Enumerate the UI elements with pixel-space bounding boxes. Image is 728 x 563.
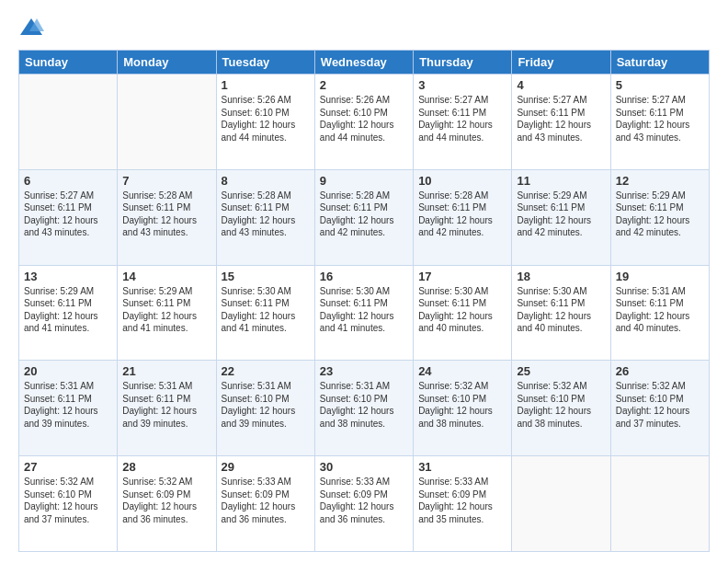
day-number: 3 (418, 78, 506, 92)
day-number: 21 (122, 364, 210, 378)
calendar-day-12: 12Sunrise: 5:29 AM Sunset: 6:11 PM Dayli… (610, 169, 709, 265)
day-number: 26 (616, 364, 704, 378)
calendar-table: SundayMondayTuesdayWednesdayThursdayFrid… (18, 50, 710, 552)
day-info: Sunrise: 5:32 AM Sunset: 6:09 PM Dayligh… (122, 476, 210, 525)
day-info: Sunrise: 5:29 AM Sunset: 6:11 PM Dayligh… (517, 190, 605, 239)
calendar-day-15: 15Sunrise: 5:30 AM Sunset: 6:11 PM Dayli… (216, 265, 314, 361)
calendar-day-7: 7Sunrise: 5:28 AM Sunset: 6:11 PM Daylig… (118, 169, 216, 265)
day-info: Sunrise: 5:28 AM Sunset: 6:11 PM Dayligh… (418, 190, 506, 239)
day-info: Sunrise: 5:30 AM Sunset: 6:11 PM Dayligh… (320, 285, 408, 335)
calendar-day-10: 10Sunrise: 5:28 AM Sunset: 6:11 PM Dayli… (414, 169, 512, 265)
day-info: Sunrise: 5:32 AM Sunset: 6:10 PM Dayligh… (616, 380, 704, 430)
day-number: 15 (222, 270, 310, 283)
day-number: 28 (122, 460, 210, 474)
day-number: 9 (320, 174, 408, 188)
day-number: 8 (222, 174, 310, 188)
calendar-day-24: 24Sunrise: 5:32 AM Sunset: 6:10 PM Dayli… (414, 361, 512, 456)
calendar-day-30: 30Sunrise: 5:33 AM Sunset: 6:09 PM Dayli… (314, 456, 413, 552)
calendar-day-1: 1Sunrise: 5:26 AM Sunset: 6:10 PM Daylig… (216, 75, 314, 170)
day-info: Sunrise: 5:31 AM Sunset: 6:11 PM Dayligh… (24, 380, 112, 430)
day-info: Sunrise: 5:29 AM Sunset: 6:11 PM Dayligh… (616, 190, 704, 239)
calendar-day-23: 23Sunrise: 5:31 AM Sunset: 6:10 PM Dayli… (314, 361, 413, 456)
calendar-empty-cell (118, 75, 216, 170)
day-number: 23 (320, 364, 408, 378)
logo (18, 15, 48, 40)
day-info: Sunrise: 5:31 AM Sunset: 6:10 PM Dayligh… (320, 380, 408, 430)
calendar-day-29: 29Sunrise: 5:33 AM Sunset: 6:09 PM Dayli… (216, 456, 314, 552)
calendar-day-19: 19Sunrise: 5:31 AM Sunset: 6:11 PM Dayli… (610, 265, 709, 361)
day-info: Sunrise: 5:31 AM Sunset: 6:11 PM Dayligh… (122, 380, 210, 430)
day-info: Sunrise: 5:26 AM Sunset: 6:10 PM Dayligh… (320, 94, 408, 144)
day-number: 5 (616, 78, 704, 92)
day-number: 1 (222, 78, 310, 92)
calendar-day-header-wednesday: Wednesday (314, 51, 413, 75)
calendar-day-4: 4Sunrise: 5:27 AM Sunset: 6:11 PM Daylig… (512, 75, 610, 170)
calendar-day-16: 16Sunrise: 5:30 AM Sunset: 6:11 PM Dayli… (314, 265, 413, 361)
day-info: Sunrise: 5:28 AM Sunset: 6:11 PM Dayligh… (122, 190, 210, 239)
calendar-empty-cell (610, 456, 709, 552)
day-info: Sunrise: 5:26 AM Sunset: 6:10 PM Dayligh… (222, 94, 310, 144)
day-info: Sunrise: 5:32 AM Sunset: 6:10 PM Dayligh… (418, 380, 506, 430)
calendar-empty-cell (512, 456, 610, 552)
day-info: Sunrise: 5:29 AM Sunset: 6:11 PM Dayligh… (122, 285, 210, 335)
day-number: 13 (24, 270, 112, 283)
day-number: 18 (517, 270, 605, 283)
calendar-day-header-friday: Friday (512, 51, 610, 75)
day-number: 29 (222, 460, 310, 474)
calendar-day-header-tuesday: Tuesday (216, 51, 314, 75)
day-number: 4 (517, 78, 605, 92)
calendar-day-31: 31Sunrise: 5:33 AM Sunset: 6:09 PM Dayli… (414, 456, 512, 552)
day-number: 20 (24, 364, 112, 378)
day-number: 25 (517, 364, 605, 378)
calendar-week-row: 1Sunrise: 5:26 AM Sunset: 6:10 PM Daylig… (19, 75, 710, 170)
day-number: 17 (418, 270, 506, 283)
day-number: 10 (418, 174, 506, 188)
day-number: 16 (320, 270, 408, 283)
day-info: Sunrise: 5:31 AM Sunset: 6:10 PM Dayligh… (222, 380, 310, 430)
calendar-day-9: 9Sunrise: 5:28 AM Sunset: 6:11 PM Daylig… (314, 169, 413, 265)
calendar-week-row: 13Sunrise: 5:29 AM Sunset: 6:11 PM Dayli… (19, 265, 710, 361)
day-info: Sunrise: 5:29 AM Sunset: 6:11 PM Dayligh… (24, 285, 112, 335)
day-info: Sunrise: 5:32 AM Sunset: 6:10 PM Dayligh… (517, 380, 605, 430)
day-number: 31 (418, 460, 506, 474)
calendar-day-17: 17Sunrise: 5:30 AM Sunset: 6:11 PM Dayli… (414, 265, 512, 361)
calendar-day-header-sunday: Sunday (19, 51, 118, 75)
calendar-day-21: 21Sunrise: 5:31 AM Sunset: 6:11 PM Dayli… (118, 361, 216, 456)
day-number: 19 (616, 270, 704, 283)
day-number: 12 (616, 174, 704, 188)
day-number: 14 (122, 270, 210, 283)
day-info: Sunrise: 5:30 AM Sunset: 6:11 PM Dayligh… (517, 285, 605, 335)
day-number: 11 (517, 174, 605, 188)
calendar-day-8: 8Sunrise: 5:28 AM Sunset: 6:11 PM Daylig… (216, 169, 314, 265)
calendar-day-13: 13Sunrise: 5:29 AM Sunset: 6:11 PM Dayli… (19, 265, 118, 361)
day-info: Sunrise: 5:27 AM Sunset: 6:11 PM Dayligh… (24, 190, 112, 239)
calendar-empty-cell (19, 75, 118, 170)
calendar-day-20: 20Sunrise: 5:31 AM Sunset: 6:11 PM Dayli… (19, 361, 118, 456)
calendar-day-14: 14Sunrise: 5:29 AM Sunset: 6:11 PM Dayli… (118, 265, 216, 361)
calendar-day-3: 3Sunrise: 5:27 AM Sunset: 6:11 PM Daylig… (414, 75, 512, 170)
calendar-week-row: 20Sunrise: 5:31 AM Sunset: 6:11 PM Dayli… (19, 361, 710, 456)
day-number: 6 (24, 174, 112, 188)
calendar-day-26: 26Sunrise: 5:32 AM Sunset: 6:10 PM Dayli… (610, 361, 709, 456)
calendar-header-row: SundayMondayTuesdayWednesdayThursdayFrid… (19, 51, 710, 75)
calendar-day-11: 11Sunrise: 5:29 AM Sunset: 6:11 PM Dayli… (512, 169, 610, 265)
day-info: Sunrise: 5:30 AM Sunset: 6:11 PM Dayligh… (222, 285, 310, 335)
day-info: Sunrise: 5:33 AM Sunset: 6:09 PM Dayligh… (320, 476, 408, 525)
calendar-day-22: 22Sunrise: 5:31 AM Sunset: 6:10 PM Dayli… (216, 361, 314, 456)
day-info: Sunrise: 5:33 AM Sunset: 6:09 PM Dayligh… (222, 476, 310, 525)
calendar-day-header-saturday: Saturday (610, 51, 709, 75)
day-number: 30 (320, 460, 408, 474)
calendar-day-28: 28Sunrise: 5:32 AM Sunset: 6:09 PM Dayli… (118, 456, 216, 552)
calendar-day-header-monday: Monday (118, 51, 216, 75)
day-info: Sunrise: 5:28 AM Sunset: 6:11 PM Dayligh… (222, 190, 310, 239)
page: SundayMondayTuesdayWednesdayThursdayFrid… (0, 0, 728, 563)
day-info: Sunrise: 5:27 AM Sunset: 6:11 PM Dayligh… (418, 94, 506, 144)
calendar-day-6: 6Sunrise: 5:27 AM Sunset: 6:11 PM Daylig… (19, 169, 118, 265)
day-info: Sunrise: 5:31 AM Sunset: 6:11 PM Dayligh… (616, 285, 704, 335)
header (18, 15, 710, 40)
day-info: Sunrise: 5:27 AM Sunset: 6:11 PM Dayligh… (517, 94, 605, 144)
calendar-day-2: 2Sunrise: 5:26 AM Sunset: 6:10 PM Daylig… (314, 75, 413, 170)
day-number: 2 (320, 78, 408, 92)
calendar-day-5: 5Sunrise: 5:27 AM Sunset: 6:11 PM Daylig… (610, 75, 709, 170)
day-number: 24 (418, 364, 506, 378)
